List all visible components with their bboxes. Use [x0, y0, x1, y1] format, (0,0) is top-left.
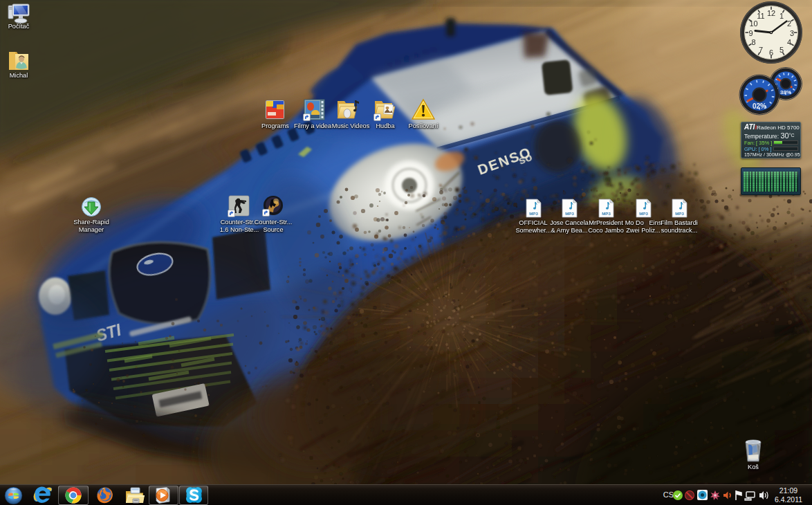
svg-text:2: 2 — [787, 19, 791, 28]
svg-text:7: 7 — [759, 46, 763, 54]
svg-text:5: 5 — [779, 46, 784, 54]
svg-text:38%: 38% — [780, 89, 791, 95]
svg-text:1: 1 — [779, 12, 784, 20]
svg-text:02%: 02% — [753, 102, 766, 110]
svg-text:10: 10 — [749, 19, 757, 28]
svg-text:MP3: MP3 — [639, 211, 648, 216]
svg-text:MP3: MP3 — [675, 211, 684, 216]
svg-text:8: 8 — [751, 38, 755, 46]
svg-text:3: 3 — [790, 29, 794, 37]
svg-text:MP3: MP3 — [529, 211, 538, 216]
svg-text:MP3: MP3 — [565, 211, 574, 216]
svg-text:11: 11 — [757, 12, 764, 20]
svg-text:4: 4 — [787, 38, 791, 46]
svg-text:MP3: MP3 — [602, 211, 611, 216]
svg-text:6: 6 — [769, 48, 773, 57]
svg-text:9: 9 — [748, 29, 753, 37]
svg-text:12: 12 — [767, 9, 775, 17]
